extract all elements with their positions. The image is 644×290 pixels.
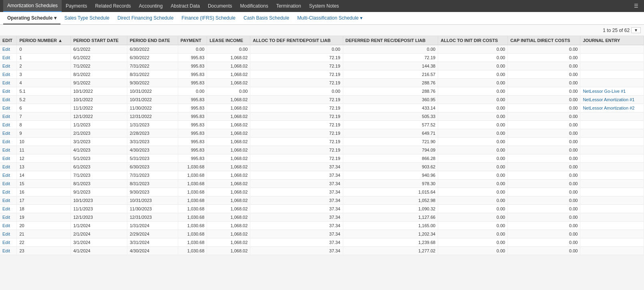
alloc-init-dir-cell: 0.00 [438, 129, 508, 138]
pagination-dropdown-icon[interactable]: ▼ [631, 27, 641, 33]
col-header-cap-initial: CAP INITIAL DIRECT COSTS [508, 36, 580, 45]
edit-link[interactable]: Edit [0, 146, 17, 154]
nav-item-accounting[interactable]: Accounting [135, 0, 167, 12]
period-end-date-cell: 1/31/2023 [127, 121, 178, 129]
nav-item-termination[interactable]: Termination [272, 0, 305, 12]
period-number-cell: 14 [17, 171, 70, 180]
table-row: Edit 4 9/1/2022 9/30/2022 995.83 1,068.0… [0, 79, 644, 87]
sub-item-operating-schedule[interactable]: Operating Schedule ▾ [3, 12, 60, 24]
journal-entry-cell [580, 45, 644, 54]
period-number-cell: 9 [17, 129, 70, 138]
payment-cell: 995.83 [178, 79, 207, 87]
payment-cell: 995.83 [178, 121, 207, 129]
edit-link[interactable]: Edit [0, 213, 17, 222]
deferred-rent-cell: 216.57 [343, 70, 438, 79]
edit-link[interactable]: Edit [0, 180, 17, 188]
period-end-date-cell: 11/30/2023 [127, 205, 178, 213]
edit-link[interactable]: Edit [0, 171, 17, 180]
period-number-cell: 16 [17, 188, 70, 196]
nav-item-related-records[interactable]: Related Records [91, 0, 135, 12]
edit-link[interactable]: Edit [0, 62, 17, 70]
alloc-def-rent-cell: 37.34 [250, 213, 343, 222]
deferred-rent-cell: 940.96 [343, 171, 438, 180]
edit-link[interactable]: Edit [0, 96, 17, 104]
lease-income-cell: 1,068.02 [207, 171, 250, 180]
period-end-date-cell: 9/30/2023 [127, 188, 178, 196]
journal-entry-cell [580, 154, 644, 163]
cap-initial-cell: 0.00 [508, 230, 580, 238]
col-header-period-number[interactable]: PERIOD NUMBER ▲ [17, 36, 70, 45]
cap-initial-cell: 0.00 [508, 154, 580, 163]
table-row: Edit 19 12/1/2023 12/31/2023 1,030.68 1,… [0, 213, 644, 222]
journal-entry-cell[interactable]: NetLessor Amortization #2 [580, 104, 644, 112]
lease-income-cell: 1,068.02 [207, 70, 250, 79]
nav-item-abstract-data[interactable]: Abstract Data [167, 0, 204, 12]
journal-entry-cell[interactable]: NetLessor Amortization #1 [580, 96, 644, 104]
nav-item-modifications[interactable]: Modifications [236, 0, 272, 12]
period-start-date-cell: 6/1/2022 [70, 54, 127, 62]
period-start-date-cell: 7/1/2023 [70, 171, 127, 180]
sub-item-multi-classification-schedule[interactable]: Multi-Classification Schedule ▾ [293, 12, 366, 24]
deferred-rent-cell: 505.33 [343, 112, 438, 121]
period-start-date-cell: 3/1/2024 [70, 238, 127, 247]
deferred-rent-cell: 1,202.34 [343, 230, 438, 238]
table-row: Edit 0 6/1/2022 6/30/2022 0.00 0.00 0.00… [0, 45, 644, 54]
period-start-date-cell: 8/1/2023 [70, 180, 127, 188]
edit-link[interactable]: Edit [0, 154, 17, 163]
edit-link[interactable]: Edit [0, 79, 17, 87]
cap-initial-cell: 0.00 [508, 121, 580, 129]
edit-link[interactable]: Edit [0, 87, 17, 96]
table-row: Edit 18 11/1/2023 11/30/2023 1,030.68 1,… [0, 205, 644, 213]
nav-item-documents[interactable]: Documents [204, 0, 236, 12]
sub-item-direct-financing-schedule[interactable]: Direct Financing Schedule [113, 12, 177, 24]
table-row: Edit 1 6/1/2022 6/30/2022 995.83 1,068.0… [0, 54, 644, 62]
sub-item-finance-ifrs-schedule[interactable]: Finance (IFRS) Schedule [177, 12, 239, 24]
edit-link[interactable]: Edit [0, 222, 17, 230]
menu-icon[interactable]: ☰ [631, 1, 641, 11]
edit-link[interactable]: Edit [0, 129, 17, 138]
payment-cell: 995.83 [178, 96, 207, 104]
edit-link[interactable]: Edit [0, 54, 17, 62]
period-start-date-cell: 10/1/2022 [70, 96, 127, 104]
lease-income-cell: 1,068.02 [207, 188, 250, 196]
payment-cell: 995.83 [178, 138, 207, 146]
edit-link[interactable]: Edit [0, 205, 17, 213]
journal-entry-cell[interactable]: NetLessor Go-Live #1 [580, 87, 644, 96]
lease-income-cell: 1,068.02 [207, 79, 250, 87]
alloc-def-rent-cell: 37.34 [250, 247, 343, 255]
edit-link[interactable]: Edit [0, 163, 17, 171]
alloc-def-rent-cell: 72.19 [250, 112, 343, 121]
nav-item-amortization-schedules[interactable]: Amortization Schedules [3, 0, 62, 12]
deferred-rent-cell: 433.14 [343, 104, 438, 112]
edit-link[interactable]: Edit [0, 112, 17, 121]
edit-link[interactable]: Edit [0, 238, 17, 247]
sub-item-cash-basis-schedule[interactable]: Cash Basis Schedule [239, 12, 293, 24]
alloc-init-dir-cell: 0.00 [438, 213, 508, 222]
alloc-def-rent-cell: 37.34 [250, 205, 343, 213]
payment-cell: 0.00 [178, 45, 207, 54]
edit-link[interactable]: Edit [0, 196, 17, 205]
edit-link[interactable]: Edit [0, 104, 17, 112]
edit-link[interactable]: Edit [0, 188, 17, 196]
period-end-date-cell: 7/31/2023 [127, 171, 178, 180]
cap-initial-cell: 0.00 [508, 180, 580, 188]
alloc-init-dir-cell: 0.00 [438, 79, 508, 87]
journal-entry-cell [580, 180, 644, 188]
toolbar-row: 1 to 25 of 62 ▼ [0, 25, 644, 36]
edit-link[interactable]: Edit [0, 121, 17, 129]
edit-link[interactable]: Edit [0, 230, 17, 238]
edit-link[interactable]: Edit [0, 138, 17, 146]
edit-link[interactable]: Edit [0, 70, 17, 79]
nav-item-payments[interactable]: Payments [62, 0, 91, 12]
deferred-rent-cell: 1,165.00 [343, 222, 438, 230]
period-number-cell: 5.1 [17, 87, 70, 96]
sub-item-sales-type-schedule[interactable]: Sales Type Schedule [60, 12, 114, 24]
lease-income-cell: 1,068.02 [207, 230, 250, 238]
cap-initial-cell: 0.00 [508, 138, 580, 146]
alloc-init-dir-cell: 0.00 [438, 96, 508, 104]
cap-initial-cell: 0.00 [508, 205, 580, 213]
edit-link[interactable]: Edit [0, 247, 17, 255]
alloc-def-rent-cell: 72.19 [250, 146, 343, 154]
edit-link[interactable]: Edit [0, 45, 17, 54]
nav-item-system-notes[interactable]: System Notes [305, 0, 343, 12]
